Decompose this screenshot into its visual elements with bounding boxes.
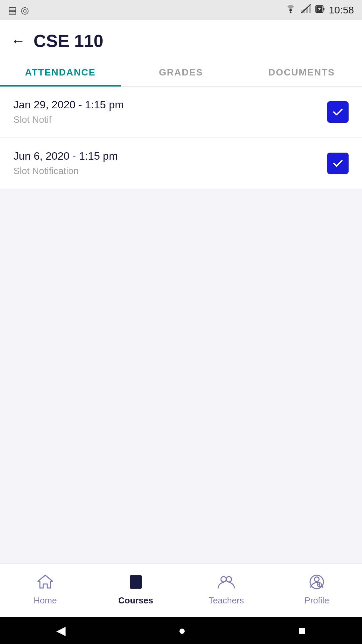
- nav-item-home[interactable]: Home: [0, 572, 90, 606]
- nav-label-teachers: Teachers: [208, 595, 244, 606]
- attendance-datetime: Jun 6, 2020 - 1:15 pm: [13, 150, 118, 162]
- svg-point-14: [314, 577, 319, 582]
- attendance-slot: Slot Notification: [13, 166, 118, 176]
- nav-item-profile[interactable]: Profile: [272, 572, 362, 606]
- status-bar-right: 10:58: [285, 4, 354, 16]
- tab-grades[interactable]: GRADES: [121, 58, 241, 86]
- teachers-icon: [216, 572, 236, 592]
- attendance-slot: Slot Notif: [13, 114, 124, 125]
- svg-rect-7: [323, 8, 324, 10]
- attendance-datetime: Jan 29, 2020 - 1:15 pm: [13, 99, 124, 111]
- signal-icon: [301, 4, 311, 16]
- header: ← CSE 110: [0, 20, 362, 58]
- nav-label-profile: Profile: [304, 595, 329, 606]
- nav-item-teachers[interactable]: Teachers: [181, 572, 272, 606]
- tab-documents[interactable]: DOCUMENTS: [241, 58, 362, 86]
- attendance-info: Jan 29, 2020 - 1:15 pm Slot Notif: [13, 99, 124, 125]
- nav-label-home: Home: [34, 595, 57, 606]
- attendance-info: Jun 6, 2020 - 1:15 pm Slot Notification: [13, 150, 118, 176]
- svg-point-0: [290, 11, 291, 13]
- page-title: CSE 110: [34, 31, 103, 51]
- svg-point-12: [226, 577, 232, 582]
- attendance-checkbox[interactable]: [327, 153, 349, 174]
- android-back-button[interactable]: ◀: [56, 624, 66, 638]
- attendance-checkbox[interactable]: [327, 101, 349, 123]
- android-recents-button[interactable]: ■: [298, 624, 306, 638]
- wifi-icon: [285, 4, 297, 16]
- courses-icon: [126, 572, 146, 592]
- check-icon: [331, 157, 345, 170]
- back-button[interactable]: ←: [11, 34, 25, 48]
- nav-label-courses: Courses: [118, 595, 153, 606]
- status-bar: ▤ ◎: [0, 0, 362, 20]
- svg-rect-10: [130, 575, 142, 589]
- battery-icon: [315, 4, 325, 16]
- tab-attendance[interactable]: ATTENDANCE: [0, 58, 121, 86]
- nav-item-courses[interactable]: Courses: [90, 572, 181, 606]
- check-icon: [331, 105, 345, 119]
- profile-icon: [307, 572, 327, 592]
- status-bar-left: ▤ ◎: [8, 5, 29, 16]
- android-home-button[interactable]: ●: [178, 624, 186, 638]
- attendance-item: Jan 29, 2020 - 1:15 pm Slot Notif: [0, 87, 362, 137]
- bottom-nav: Home Courses Teachers: [0, 564, 362, 617]
- sync-icon: ◎: [21, 5, 29, 16]
- attendance-content: Jan 29, 2020 - 1:15 pm Slot Notif Jun 6,…: [0, 87, 362, 564]
- status-time: 10:58: [329, 4, 354, 16]
- sim-icon: ▤: [8, 5, 17, 16]
- android-nav: ◀ ● ■: [0, 617, 362, 644]
- svg-point-11: [221, 577, 226, 582]
- attendance-item: Jun 6, 2020 - 1:15 pm Slot Notification: [0, 138, 362, 189]
- home-icon: [35, 572, 55, 592]
- tabs-container: ATTENDANCE GRADES DOCUMENTS: [0, 58, 362, 87]
